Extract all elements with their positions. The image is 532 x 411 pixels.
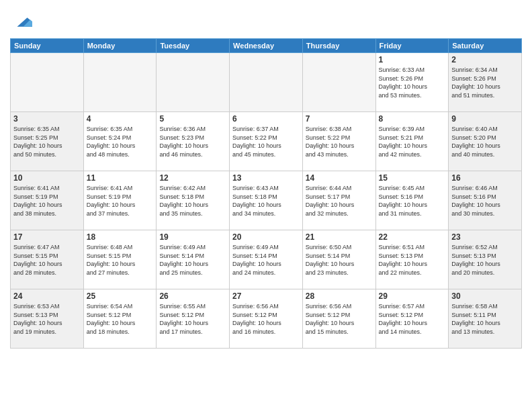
day-info: Sunrise: 6:55 AM Sunset: 5:12 PM Dayligh…	[159, 302, 226, 336]
calendar-table: SundayMondayTuesdayWednesdayThursdayFrid…	[10, 38, 522, 349]
calendar-cell: 15Sunrise: 6:45 AM Sunset: 5:16 PM Dayli…	[375, 171, 449, 230]
day-info: Sunrise: 6:48 AM Sunset: 5:15 PM Dayligh…	[87, 243, 154, 277]
day-number: 25	[87, 291, 154, 301]
day-info: Sunrise: 6:41 AM Sunset: 5:19 PM Dayligh…	[13, 184, 81, 218]
day-number: 14	[306, 173, 373, 183]
day-info: Sunrise: 6:58 AM Sunset: 5:11 PM Dayligh…	[451, 302, 519, 336]
day-info: Sunrise: 6:44 AM Sunset: 5:17 PM Dayligh…	[306, 184, 373, 218]
calendar-cell: 8Sunrise: 6:39 AM Sunset: 5:21 PM Daylig…	[375, 112, 449, 171]
day-info: Sunrise: 6:35 AM Sunset: 5:24 PM Dayligh…	[87, 125, 154, 158]
day-info: Sunrise: 6:45 AM Sunset: 5:16 PM Dayligh…	[379, 184, 446, 218]
day-info: Sunrise: 6:56 AM Sunset: 5:12 PM Dayligh…	[306, 302, 373, 336]
day-info: Sunrise: 6:33 AM Sunset: 5:26 PM Dayligh…	[379, 66, 446, 99]
day-number: 18	[87, 232, 154, 242]
calendar-cell: 25Sunrise: 6:54 AM Sunset: 5:12 PM Dayli…	[83, 289, 157, 349]
day-number: 23	[451, 232, 519, 242]
day-number: 29	[379, 291, 446, 301]
day-number: 27	[232, 291, 300, 301]
calendar-week-1: 1Sunrise: 6:33 AM Sunset: 5:26 PM Daylig…	[11, 53, 522, 112]
calendar-week-4: 17Sunrise: 6:47 AM Sunset: 5:15 PM Dayli…	[11, 230, 522, 289]
calendar-week-5: 24Sunrise: 6:53 AM Sunset: 5:13 PM Dayli…	[11, 289, 522, 349]
logo	[10, 10, 32, 33]
day-info: Sunrise: 6:40 AM Sunset: 5:20 PM Dayligh…	[451, 125, 519, 158]
weekday-header-wednesday: Wednesday	[230, 39, 303, 53]
day-info: Sunrise: 6:34 AM Sunset: 5:26 PM Dayligh…	[451, 66, 519, 99]
day-number: 7	[306, 114, 373, 124]
day-number: 15	[379, 173, 446, 183]
weekday-header-sunday: Sunday	[11, 39, 84, 53]
day-number: 4	[87, 114, 154, 124]
day-info: Sunrise: 6:41 AM Sunset: 5:19 PM Dayligh…	[87, 184, 154, 218]
calendar-cell: 10Sunrise: 6:41 AM Sunset: 5:19 PM Dayli…	[11, 171, 84, 230]
day-number: 26	[159, 291, 226, 301]
calendar-cell: 23Sunrise: 6:52 AM Sunset: 5:13 PM Dayli…	[449, 230, 522, 289]
day-number: 12	[159, 173, 226, 183]
calendar-cell	[83, 53, 157, 112]
weekday-header-saturday: Saturday	[449, 39, 522, 53]
calendar-week-2: 3Sunrise: 6:35 AM Sunset: 5:25 PM Daylig…	[11, 112, 522, 171]
day-number: 1	[379, 55, 446, 64]
day-number: 20	[232, 232, 300, 242]
calendar-cell: 11Sunrise: 6:41 AM Sunset: 5:19 PM Dayli…	[83, 171, 157, 230]
day-number: 16	[451, 173, 519, 183]
day-info: Sunrise: 6:53 AM Sunset: 5:13 PM Dayligh…	[13, 302, 81, 336]
day-info: Sunrise: 6:47 AM Sunset: 5:15 PM Dayligh…	[13, 243, 81, 277]
weekday-header-monday: Monday	[83, 39, 157, 53]
calendar-cell: 14Sunrise: 6:44 AM Sunset: 5:17 PM Dayli…	[302, 171, 375, 230]
calendar-cell: 4Sunrise: 6:35 AM Sunset: 5:24 PM Daylig…	[83, 112, 157, 171]
calendar-cell: 24Sunrise: 6:53 AM Sunset: 5:13 PM Dayli…	[11, 289, 84, 349]
calendar-week-3: 10Sunrise: 6:41 AM Sunset: 5:19 PM Dayli…	[11, 171, 522, 230]
day-info: Sunrise: 6:49 AM Sunset: 5:14 PM Dayligh…	[232, 243, 300, 277]
weekday-header-row: SundayMondayTuesdayWednesdayThursdayFrid…	[11, 39, 522, 53]
day-number: 8	[379, 114, 446, 124]
calendar-cell: 19Sunrise: 6:49 AM Sunset: 5:14 PM Dayli…	[157, 230, 230, 289]
day-info: Sunrise: 6:54 AM Sunset: 5:12 PM Dayligh…	[87, 302, 154, 336]
calendar-cell	[157, 53, 230, 112]
day-number: 19	[159, 232, 226, 242]
calendar-cell: 16Sunrise: 6:46 AM Sunset: 5:16 PM Dayli…	[449, 171, 522, 230]
weekday-header-thursday: Thursday	[302, 39, 375, 53]
calendar-cell: 27Sunrise: 6:56 AM Sunset: 5:12 PM Dayli…	[230, 289, 303, 349]
weekday-header-friday: Friday	[375, 39, 449, 53]
day-info: Sunrise: 6:57 AM Sunset: 5:12 PM Dayligh…	[379, 302, 446, 336]
calendar-cell: 26Sunrise: 6:55 AM Sunset: 5:12 PM Dayli…	[157, 289, 230, 349]
calendar-cell	[302, 53, 375, 112]
calendar-cell: 30Sunrise: 6:58 AM Sunset: 5:11 PM Dayli…	[449, 289, 522, 349]
day-number: 5	[159, 114, 226, 124]
calendar-cell: 29Sunrise: 6:57 AM Sunset: 5:12 PM Dayli…	[375, 289, 449, 349]
day-number: 6	[232, 114, 300, 124]
day-info: Sunrise: 6:37 AM Sunset: 5:22 PM Dayligh…	[232, 125, 300, 158]
day-number: 30	[451, 291, 519, 301]
day-info: Sunrise: 6:56 AM Sunset: 5:12 PM Dayligh…	[232, 302, 300, 336]
day-number: 3	[13, 114, 81, 124]
day-number: 9	[451, 114, 519, 124]
header	[10, 7, 522, 33]
day-info: Sunrise: 6:46 AM Sunset: 5:16 PM Dayligh…	[451, 184, 519, 218]
day-info: Sunrise: 6:42 AM Sunset: 5:18 PM Dayligh…	[159, 184, 226, 218]
calendar-cell: 22Sunrise: 6:51 AM Sunset: 5:13 PM Dayli…	[375, 230, 449, 289]
day-info: Sunrise: 6:50 AM Sunset: 5:14 PM Dayligh…	[306, 243, 373, 277]
calendar-cell: 1Sunrise: 6:33 AM Sunset: 5:26 PM Daylig…	[375, 53, 449, 112]
calendar-cell: 28Sunrise: 6:56 AM Sunset: 5:12 PM Dayli…	[302, 289, 375, 349]
weekday-header-tuesday: Tuesday	[157, 39, 230, 53]
day-number: 17	[13, 232, 81, 242]
calendar-cell: 9Sunrise: 6:40 AM Sunset: 5:20 PM Daylig…	[449, 112, 522, 171]
page: SundayMondayTuesdayWednesdayThursdayFrid…	[0, 0, 532, 411]
day-info: Sunrise: 6:38 AM Sunset: 5:22 PM Dayligh…	[306, 125, 373, 158]
day-number: 13	[232, 173, 300, 183]
day-info: Sunrise: 6:39 AM Sunset: 5:21 PM Dayligh…	[379, 125, 446, 158]
day-info: Sunrise: 6:35 AM Sunset: 5:25 PM Dayligh…	[13, 125, 81, 158]
logo-icon	[12, 10, 32, 30]
day-number: 28	[306, 291, 373, 301]
calendar-cell	[11, 53, 84, 112]
calendar-cell: 7Sunrise: 6:38 AM Sunset: 5:22 PM Daylig…	[302, 112, 375, 171]
day-info: Sunrise: 6:51 AM Sunset: 5:13 PM Dayligh…	[379, 243, 446, 277]
day-number: 21	[306, 232, 373, 242]
calendar-cell: 21Sunrise: 6:50 AM Sunset: 5:14 PM Dayli…	[302, 230, 375, 289]
day-info: Sunrise: 6:43 AM Sunset: 5:18 PM Dayligh…	[232, 184, 300, 218]
calendar-cell: 13Sunrise: 6:43 AM Sunset: 5:18 PM Dayli…	[230, 171, 303, 230]
calendar-cell: 5Sunrise: 6:36 AM Sunset: 5:23 PM Daylig…	[157, 112, 230, 171]
calendar-cell: 18Sunrise: 6:48 AM Sunset: 5:15 PM Dayli…	[83, 230, 157, 289]
calendar-cell	[230, 53, 303, 112]
calendar-cell: 3Sunrise: 6:35 AM Sunset: 5:25 PM Daylig…	[11, 112, 84, 171]
